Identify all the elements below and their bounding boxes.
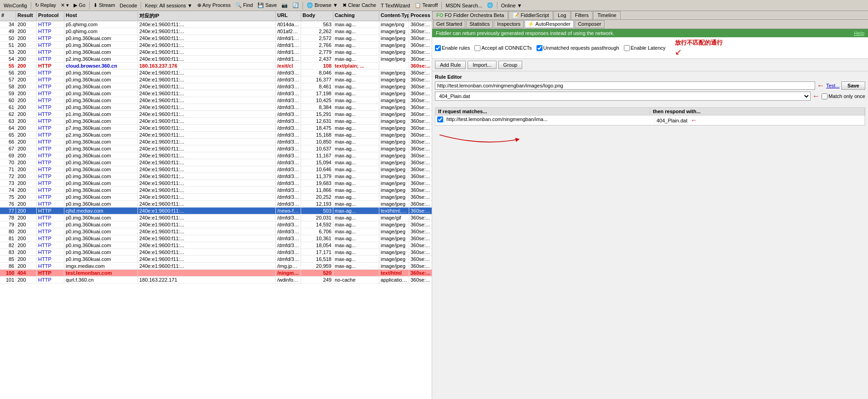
table-cell: 240e:e1:9600:f11:...	[138, 42, 276, 48]
table-row[interactable]: 67200HTTPp0.img.360kuai.com240e:e1:9600:…	[0, 145, 432, 152]
table-row[interactable]: 51200HTTPp0.img.360kuai.com240e:e1:9600:…	[0, 42, 432, 49]
tab-statistics[interactable]: Statistics	[466, 20, 493, 28]
table-cell: 11,379	[301, 173, 333, 179]
table-cell: HTTP	[37, 208, 64, 214]
unmatched-passthrough-checkbox[interactable]: Unmatched requests passthrough	[537, 45, 619, 51]
tab-fiddlerscript[interactable]: 📝 FiddlerScript	[508, 11, 553, 19]
table-row[interactable]: 78200HTTPp0.img.360kuai.com240e:e1:9600:…	[0, 214, 432, 221]
table-row[interactable]: 53200HTTPp0.img.360kuai.com240e:e1:9600:…	[0, 49, 432, 56]
table-row[interactable]: 56200HTTPp0.img.360kuai.com240e:e1:9600:…	[0, 69, 432, 76]
tab-filters[interactable]: Filters	[571, 11, 593, 19]
table-row[interactable]: 100404HTTPtest.lemonban.com/ningmengban/…	[0, 270, 432, 277]
table-row[interactable]: 72200HTTPp0.img.360kuai.com240e:e1:9600:…	[0, 173, 432, 180]
tab-composer[interactable]: Composer	[575, 20, 605, 28]
online-btn[interactable]: Online ▼	[499, 2, 524, 9]
table-row[interactable]: 65200HTTPp2.img.360kuai.com240e:e1:9600:…	[0, 132, 432, 139]
tab-inspectors[interactable]: Inspectors	[494, 20, 524, 28]
tab-get-started[interactable]: Get Started	[433, 20, 465, 28]
web-icon-btn[interactable]: 🌐	[485, 2, 495, 9]
clearcache-btn[interactable]: ✖ Clear Cache	[341, 2, 378, 9]
x-btn[interactable]: ✕ ▾	[59, 2, 71, 9]
table-cell: 249	[301, 277, 333, 283]
table-row[interactable]: 81200HTTPp0.img.360kuai.com240e:e1:9600:…	[0, 235, 432, 242]
table-cell: 360se:...	[409, 56, 432, 62]
table-row[interactable]: 71200HTTPp0.img.360kuai.com240e:e1:9600:…	[0, 166, 432, 173]
refresh-btn[interactable]: 🔄	[291, 2, 301, 9]
table-row[interactable]: 70200HTTPp0.img.360kuai.com240e:e1:9600:…	[0, 159, 432, 166]
table-row[interactable]: 76200HTTPp0.img.360kuai.com240e:e1:9600:…	[0, 201, 432, 208]
table-cell: 200	[16, 104, 37, 110]
session-table-body[interactable]: 34200HTTPp5.qhimg.com240e:e1:9600:f11:..…	[0, 21, 432, 399]
match-row-checkbox[interactable]	[437, 116, 443, 122]
rule-save-btn[interactable]: Save	[841, 81, 865, 90]
table-cell: HTTP	[37, 201, 64, 207]
add-rule-btn[interactable]: Add Rule	[435, 61, 466, 69]
notice-help-link[interactable]: Help	[854, 30, 864, 36]
tab-timeline[interactable]: Timeline	[593, 11, 620, 19]
table-row[interactable]: 63200HTTPp0.img.360kuai.com240e:e1:9600:…	[0, 118, 432, 125]
replay-btn[interactable]: ↻ Replay	[33, 2, 58, 9]
keep-btn[interactable]: Keep: All sessions ▼	[143, 2, 194, 9]
table-cell: 360se:...	[409, 256, 432, 262]
table-row[interactable]: 77200HTTPcjhd.mediav.com240e:e1:9600:f11…	[0, 208, 432, 214]
unmatched-passthrough-input[interactable]	[537, 45, 542, 51]
match-only-once-checkbox[interactable]: Match only once	[822, 93, 865, 99]
browse-btn[interactable]: 🌐 Browse ▼	[305, 2, 340, 9]
find-btn[interactable]: 🔍 Find	[234, 2, 255, 9]
table-row[interactable]: 34200HTTPp5.qhimg.com240e:e1:9600:f11:..…	[0, 21, 432, 28]
table-row[interactable]: 83200HTTPp0.img.360kuai.com240e:e1:9600:…	[0, 249, 432, 256]
winconfig-btn[interactable]: WinConfig	[2, 2, 29, 9]
table-row[interactable]: 86200HTTPimgx.mediav.com240e:e1:9600:f11…	[0, 263, 432, 270]
tearoff-btn[interactable]: 📋 Tearoff	[413, 2, 440, 9]
table-row[interactable]: 60200HTTPp0.img.360kuai.com240e:e1:9600:…	[0, 97, 432, 104]
table-row[interactable]: 80200HTTPp0.img.360kuai.com240e:e1:9600:…	[0, 228, 432, 235]
tab-log[interactable]: Log	[554, 11, 570, 19]
table-row[interactable]: 64200HTTPp7.img.360kuai.com240e:e1:9600:…	[0, 125, 432, 132]
tab-fiddler-orchestra[interactable]: FO FO Fiddler Orchestra Beta	[432, 11, 508, 19]
match-only-once-input[interactable]	[822, 93, 828, 99]
table-row[interactable]: 49200HTTPp0.qhimg.com240e:e1:9600:f11:..…	[0, 28, 432, 35]
table-row[interactable]: 57200HTTPp0.img.360kuai.com240e:e1:9600:…	[0, 76, 432, 83]
table-row[interactable]: 82200HTTPp0.img.360kuai.com240e:e1:9600:…	[0, 242, 432, 249]
table-cell: max-ag...	[333, 187, 379, 193]
table-cell: HTTP	[37, 270, 64, 276]
enable-rules-input[interactable]	[435, 45, 441, 51]
table-row[interactable]: 75200HTTPp0.img.360kuai.com240e:e1:9600:…	[0, 194, 432, 201]
accept-connects-input[interactable]	[474, 45, 480, 51]
rule-input-url[interactable]	[435, 81, 815, 90]
textwizard-btn[interactable]: T TextWizard	[379, 2, 412, 9]
rule-response-select[interactable]: 404_Plain.dat	[435, 92, 811, 101]
tab-autoresponder[interactable]: ⚡ AutoResponder	[525, 20, 574, 28]
table-row[interactable]: 62200HTTPp1.img.360kuai.com240e:e1:9600:…	[0, 111, 432, 118]
group-btn[interactable]: Group	[498, 61, 523, 69]
match-table-row[interactable]: http://test.lemonban.com/ningmengban/ima…	[435, 116, 865, 125]
table-row[interactable]: 101200HTTPqurl.f.360.cn180.163.222.171/w…	[0, 277, 432, 283]
msdn-search[interactable]: MSDN Search...	[444, 2, 484, 9]
decode-btn[interactable]: Decode	[118, 2, 139, 9]
table-row[interactable]: 50200HTTPp0.img.360kuai.com240e:e1:9600:…	[0, 35, 432, 42]
table-row[interactable]: 58200HTTPp0.img.360kuai.com240e:e1:9600:…	[0, 83, 432, 90]
enable-rules-checkbox[interactable]: Enable rules	[435, 45, 470, 51]
save-btn-toolbar[interactable]: 💾 Save	[256, 2, 279, 9]
table-cell: 360se:...	[409, 201, 432, 207]
table-row[interactable]: 55200HTTPcloud.browser.360.cn180.163.237…	[0, 63, 432, 69]
table-row[interactable]: 54200HTTPp2.img.360kuai.com240e:e1:9600:…	[0, 56, 432, 63]
go-btn[interactable]: ▶ Go	[72, 2, 87, 9]
table-row[interactable]: 66200HTTPp0.img.360kuai.com240e:e1:9600:…	[0, 139, 432, 145]
camera-btn[interactable]: 📷	[280, 2, 290, 9]
import-btn[interactable]: Import...	[468, 61, 496, 69]
table-cell: 240e:e1:9600:f11:...	[138, 111, 276, 117]
table-row[interactable]: 59200HTTPp0.img.360kuai.com240e:e1:9600:…	[0, 90, 432, 97]
table-row[interactable]: 69200HTTPp0.img.360kuai.com240e:e1:9600:…	[0, 152, 432, 159]
table-row[interactable]: 74200HTTPp0.img.360kuai.com240e:e1:9600:…	[0, 187, 432, 194]
test-link[interactable]: Test...	[826, 83, 839, 88]
table-row[interactable]: 85200HTTPp0.img.360kuai.com240e:e1:9600:…	[0, 256, 432, 263]
table-row[interactable]: 73200HTTPp0.img.360kuai.com240e:e1:9600:…	[0, 180, 432, 187]
enable-latency-input[interactable]	[624, 45, 630, 51]
enable-latency-checkbox[interactable]: Enable Latency	[624, 45, 666, 51]
table-row[interactable]: 61200HTTPp0.img.360kuai.com240e:e1:9600:…	[0, 104, 432, 111]
accept-connects-checkbox[interactable]: Accept all CONNECTs	[474, 45, 531, 51]
process-btn[interactable]: ⊕ Any Process	[195, 2, 233, 9]
stream-btn[interactable]: ⬇ Stream	[91, 2, 117, 9]
table-row[interactable]: 79200HTTPp0.img.360kuai.com240e:e1:9600:…	[0, 221, 432, 228]
